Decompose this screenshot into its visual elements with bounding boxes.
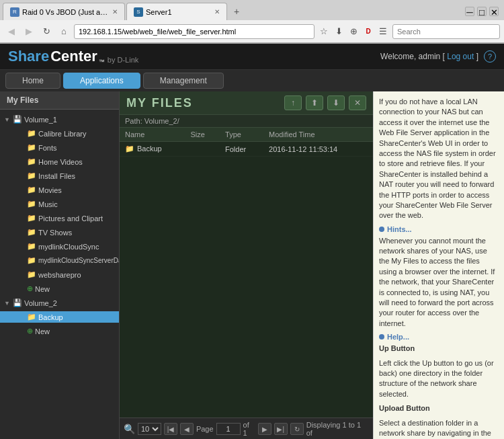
per-page-select[interactable]: 10 25 50 (138, 423, 161, 435)
home-nav-button[interactable]: ⌂ (56, 24, 71, 39)
browser-tab-2[interactable]: S Server1 ✕ (126, 3, 227, 20)
refresh-button[interactable]: ↻ (290, 423, 304, 435)
volume2-icon: 💾 (13, 298, 22, 307)
newv2-label: New (35, 327, 50, 335)
col-modified[interactable]: Modified Time (263, 128, 373, 142)
help-title: Help... (387, 333, 409, 341)
music-label: Music (38, 200, 58, 208)
hints-text: Whenever you cannot mount the network sh… (379, 236, 499, 329)
file-size (185, 142, 220, 157)
tab-management[interactable]: Management (143, 73, 224, 89)
tab-title-2: Server1 (146, 8, 172, 16)
info-main-text: If you do not have a local LAN connectio… (379, 97, 499, 221)
tree-item-websharepro[interactable]: 📁websharepro (0, 268, 119, 282)
download-icon[interactable]: ⬇ (332, 25, 345, 38)
tree-item-homevideos[interactable]: 📁Home Videos (0, 155, 119, 169)
page-label: Page (196, 425, 214, 433)
new-tab-button[interactable]: + (228, 3, 245, 19)
path-value: Volume_2/ (144, 117, 179, 125)
file-area-title: MY FILES (126, 96, 193, 110)
table-row[interactable]: 📁Backup Folder 2016-11-12 11:53:14 (120, 142, 373, 157)
tree-item-fonts[interactable]: 📁Fonts (0, 141, 119, 155)
dlink-icon: D (362, 25, 375, 38)
tree-item-mydlink[interactable]: 📁mydlinkCloudSync (0, 239, 119, 253)
download-button[interactable]: ⬇ (327, 95, 345, 110)
up-button[interactable]: ↑ (284, 95, 302, 110)
col-name[interactable]: Name (120, 128, 185, 142)
tree-item-mydlinkserver[interactable]: 📁mydlinkCloudSyncServerData (0, 253, 119, 268)
back-button[interactable]: ◀ (4, 24, 19, 39)
volume1-icon: 💾 (13, 115, 22, 124)
tab-close-1[interactable]: ✕ (112, 8, 118, 15)
tab-home[interactable]: Home (5, 73, 60, 89)
help-dot (379, 334, 384, 340)
reload-button[interactable]: ↻ (39, 24, 54, 39)
first-page-button[interactable]: |◀ (164, 423, 177, 435)
folder-installfiles-icon: 📁 (27, 171, 36, 180)
tab-close-2[interactable]: ✕ (214, 8, 220, 15)
file-type: Folder (220, 142, 263, 157)
folder-tvshows-icon: 📁 (27, 228, 36, 237)
browser-tab-1[interactable]: R Raid 0 Vs JBOD (Just a Bun... ✕ (3, 3, 125, 20)
mydlink-label: mydlinkCloudSync (38, 243, 99, 251)
menu-icon[interactable]: ☰ (376, 25, 390, 38)
bookmark-icon[interactable]: ☆ (317, 25, 331, 38)
toggle-volume2[interactable]: ▼ (4, 300, 11, 307)
zoom-icon[interactable]: 🔍 (124, 424, 135, 434)
tree-item-tvshows[interactable]: 📁TV Shows (0, 225, 119, 239)
window-minimize[interactable]: ─ (465, 7, 474, 16)
next-page-button[interactable]: ▶ (258, 423, 271, 435)
tree-item-newv1[interactable]: ⊕New (0, 282, 119, 296)
folder-mydlinkserver-icon: 📁 (27, 256, 36, 265)
toggle-volume1[interactable]: ▼ (4, 116, 11, 123)
tree-item-movies[interactable]: 📁Movies (0, 183, 119, 197)
forward-button[interactable]: ▶ (22, 24, 36, 39)
fonts-label: Fonts (38, 144, 57, 152)
help-header: Help... (379, 333, 499, 341)
col-size[interactable]: Size (185, 128, 220, 142)
of-label: of 1 (243, 421, 255, 437)
folder-mydlink-icon: 📁 (27, 242, 36, 251)
folder-music-icon: 📁 (27, 200, 36, 208)
tree-item-volume2[interactable]: ▼ 💾 Volume_2 (0, 296, 119, 310)
prev-page-button[interactable]: ◀ (180, 423, 194, 435)
folder-fonts-icon: 📁 (27, 143, 36, 152)
help-button[interactable]: ? (484, 50, 496, 63)
path-label: Path: (125, 117, 142, 125)
volume2-label: Volume_2 (24, 299, 57, 307)
tree-item-installfiles[interactable]: 📁Install Files (0, 169, 119, 183)
file-footer: 🔍 10 25 50 |◀ ◀ Page of 1 ▶ ▶| ↻ Display… (120, 417, 373, 439)
tvshows-label: TV Shows (38, 229, 72, 237)
tree-item-backup[interactable]: 📁Backup (0, 310, 119, 324)
tree-item-pictures[interactable]: 📁Pictures and Clipart (0, 211, 119, 225)
window-close[interactable]: ✕ (489, 7, 499, 16)
hints-header: Hints... (379, 225, 499, 233)
sync-icon[interactable]: ⊕ (347, 25, 360, 38)
folder-movies-icon: 📁 (27, 186, 36, 194)
folder-homevideos-icon: 📁 (27, 157, 36, 166)
help-up-title: Up Button (379, 344, 415, 352)
upload-button[interactable]: ⬆ (306, 95, 323, 110)
window-maximize[interactable]: □ (477, 7, 487, 16)
tree-item-volume1[interactable]: ▼ 💾 Volume_1 (0, 112, 119, 126)
logout-link[interactable]: Log out (447, 52, 474, 61)
tree-item-newv2[interactable]: ⊕New (0, 324, 119, 338)
tab-applications[interactable]: Applications (63, 73, 140, 89)
file-modified: 2016-11-12 11:53:14 (263, 142, 373, 157)
logo-share: Share (8, 48, 49, 65)
volume1-label: Volume_1 (24, 116, 57, 124)
col-type[interactable]: Type (220, 128, 263, 142)
last-page-button[interactable]: ▶| (274, 423, 288, 435)
homevideos-label: Home Videos (38, 158, 83, 166)
info-panel: If you do not have a local LAN connectio… (373, 91, 504, 439)
movies-label: Movies (38, 186, 62, 194)
mydlinkserver-label: mydlinkCloudSyncServerData (38, 257, 120, 264)
delete-button[interactable]: ✕ (349, 95, 366, 110)
address-bar[interactable] (74, 24, 314, 39)
search-input[interactable] (392, 24, 500, 39)
tree-item-music[interactable]: 📁Music (0, 197, 119, 211)
file-tree: ▼ 💾 Volume_1 📁Calibre Library 📁Fonts 📁Ho… (0, 110, 119, 341)
page-input[interactable] (216, 423, 241, 435)
tree-item-calibre[interactable]: 📁Calibre Library (0, 126, 119, 141)
help-upload-title: Upload Button (379, 404, 430, 412)
